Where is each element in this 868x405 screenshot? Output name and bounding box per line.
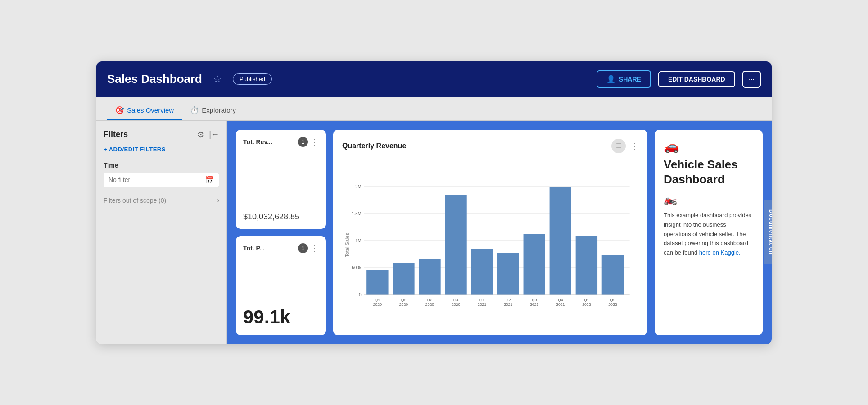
svg-text:2021: 2021 (556, 302, 565, 306)
metric-card-revenue-more-button[interactable]: ⋮ (311, 137, 319, 147)
page-title: Sales Dashboard (107, 72, 202, 86)
svg-rect-13 (419, 259, 440, 295)
svg-text:500k: 500k (352, 265, 362, 270)
tabs-bar: 🎯 Sales Overview ⏱️ Exploratory (96, 97, 772, 121)
svg-rect-14 (445, 195, 466, 295)
svg-text:Q4: Q4 (558, 297, 563, 302)
add-edit-filters-button[interactable]: + ADD/EDIT FILTERS (104, 146, 219, 153)
filters-out-of-scope[interactable]: Filters out of scope (0) › (104, 196, 219, 205)
collapse-icon[interactable]: |← (209, 130, 219, 139)
svg-text:Q2: Q2 (401, 297, 407, 302)
tab-sales-overview-icon: 🎯 (115, 106, 124, 114)
svg-text:Q3: Q3 (532, 297, 537, 302)
metric-card-total-p-title: Tot. P... (243, 245, 298, 252)
svg-rect-15 (471, 249, 493, 295)
tab-sales-overview-label: Sales Overview (127, 106, 174, 114)
chart-filter-icon[interactable]: ☰ (611, 139, 626, 153)
svg-text:Q3: Q3 (427, 297, 433, 302)
tab-exploratory-icon: ⏱️ (190, 106, 199, 114)
edit-dashboard-button[interactable]: EDIT DASHBOARD (658, 71, 735, 87)
sidebar-icons: ⚙ |← (197, 130, 219, 140)
chart-more-button[interactable]: ⋮ (630, 141, 638, 151)
chart-header-icons: ☰ ⋮ (611, 139, 638, 153)
star-icon[interactable]: ☆ (213, 73, 222, 85)
main-content: Filters ⚙ |← + ADD/EDIT FILTERS Time 📅 F… (96, 121, 772, 344)
svg-text:Q2: Q2 (610, 297, 615, 302)
metric-card-total-p: Tot. P... 1 ⋮ 99.1k (236, 236, 326, 335)
kaggle-link[interactable]: here on Kaggle. (699, 249, 741, 256)
svg-rect-20 (602, 255, 624, 295)
svg-text:Q4: Q4 (453, 297, 459, 302)
chart-header: Quarterly Revenue ☰ ⋮ (342, 139, 638, 153)
published-badge: Published (233, 73, 272, 85)
tab-exploratory-label: Exploratory (202, 106, 236, 114)
share-label: SHARE (619, 76, 641, 83)
share-button[interactable]: 👤 SHARE (597, 70, 651, 88)
metric-card-total-p-filter-badge: 1 (298, 243, 308, 253)
metric-card-revenue-title: Tot. Rev... (243, 138, 298, 146)
svg-text:2020: 2020 (373, 302, 382, 306)
more-button[interactable]: ··· (742, 71, 761, 88)
info-card-description: This example dashboard provides insight … (664, 211, 754, 258)
svg-text:Q2: Q2 (506, 297, 511, 302)
svg-text:2020: 2020 (452, 302, 460, 306)
gear-icon[interactable]: ⚙ (197, 130, 204, 140)
metric-card-total-p-value: 99.1k (243, 306, 319, 328)
header: Sales Dashboard ☆ Published 👤 SHARE EDIT… (96, 61, 772, 97)
svg-text:0: 0 (359, 292, 362, 297)
chart-title: Quarterly Revenue (342, 142, 406, 150)
car-emoji: 🚗 (664, 139, 754, 154)
svg-rect-11 (366, 270, 388, 295)
svg-text:Total Sales: Total Sales (345, 232, 350, 257)
chart-body: 2M 1.5M 1M 500k 0 Total Sales (342, 160, 638, 326)
metric-card-total-p-badges: 1 ⋮ (298, 243, 319, 253)
time-filter-input[interactable] (108, 176, 205, 183)
time-filter-label: Time (104, 162, 219, 169)
svg-text:Q1: Q1 (375, 297, 380, 302)
add-filter-label: + ADD/EDIT FILTERS (104, 146, 166, 153)
svg-text:1M: 1M (355, 238, 361, 243)
metrics-column: Tot. Rev... 1 ⋮ $10,032,628.85 Tot. P...… (236, 130, 326, 335)
app-container: Sales Dashboard ☆ Published 👤 SHARE EDIT… (96, 61, 772, 344)
metric-card-revenue-value: $10,032,628.85 (243, 212, 319, 222)
metric-card-revenue-header: Tot. Rev... 1 ⋮ (243, 137, 319, 147)
metric-card-total-p-more-button[interactable]: ⋮ (311, 243, 319, 253)
sidebar-header: Filters ⚙ |← (104, 130, 219, 140)
metric-card-revenue-filter-badge: 1 (298, 137, 308, 147)
svg-text:2022: 2022 (608, 302, 617, 306)
share-icon: 👤 (606, 75, 615, 83)
svg-text:2021: 2021 (478, 302, 486, 306)
sidebar: Filters ⚙ |← + ADD/EDIT FILTERS Time 📅 F… (96, 121, 227, 344)
svg-rect-17 (524, 234, 545, 295)
tab-sales-overview[interactable]: 🎯 Sales Overview (107, 101, 182, 120)
svg-text:2021: 2021 (504, 302, 512, 306)
moto-emoji: 🏍️ (664, 193, 754, 205)
svg-rect-18 (550, 187, 571, 295)
svg-text:2022: 2022 (582, 302, 591, 306)
metric-card-total-p-header: Tot. P... 1 ⋮ (243, 243, 319, 253)
bar-chart: 2M 1.5M 1M 500k 0 Total Sales (342, 182, 638, 326)
documentation-tab[interactable]: Documentation (764, 200, 772, 264)
svg-text:2020: 2020 (425, 302, 434, 306)
svg-text:2020: 2020 (399, 302, 408, 306)
sidebar-title: Filters (104, 130, 128, 139)
svg-text:2021: 2021 (530, 302, 538, 306)
info-card-title: Vehicle Sales Dashboard (664, 157, 754, 188)
time-filter-wrapper: 📅 (104, 173, 219, 187)
svg-rect-19 (576, 236, 597, 295)
svg-text:1.5M: 1.5M (352, 211, 361, 216)
dashboard-area: Tot. Rev... 1 ⋮ $10,032,628.85 Tot. P...… (227, 121, 772, 344)
metric-card-revenue: Tot. Rev... 1 ⋮ $10,032,628.85 (236, 130, 326, 229)
metric-card-revenue-badges: 1 ⋮ (298, 137, 319, 147)
tab-exploratory[interactable]: ⏱️ Exploratory (182, 101, 244, 120)
svg-rect-16 (497, 253, 519, 295)
chart-card: Quarterly Revenue ☰ ⋮ (333, 130, 647, 335)
svg-rect-12 (393, 263, 414, 295)
chevron-right-icon: › (217, 196, 219, 205)
calendar-icon: 📅 (205, 176, 214, 184)
svg-text:Q1: Q1 (479, 297, 485, 302)
filters-out-of-scope-label: Filters out of scope (0) (104, 197, 166, 204)
svg-text:2M: 2M (355, 184, 361, 189)
info-card: 🚗 Vehicle Sales Dashboard 🏍️ This exampl… (655, 130, 763, 335)
svg-text:Q1: Q1 (584, 297, 589, 302)
